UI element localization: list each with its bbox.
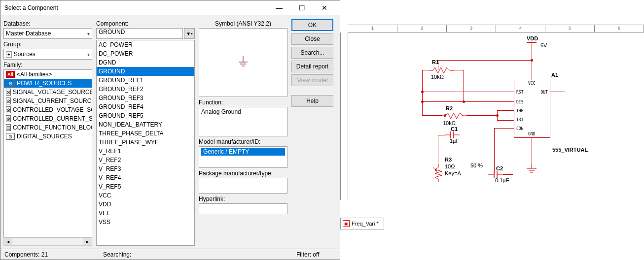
ic-pin-tri: TRI bbox=[516, 118, 523, 122]
component-item[interactable]: GROUND_REF1 bbox=[97, 76, 194, 85]
vdd-value: 6V bbox=[540, 42, 547, 48]
document-tab-label: Freq_Vari * bbox=[352, 221, 379, 227]
hyperlink-text bbox=[199, 203, 287, 214]
ic-ground-icon bbox=[526, 164, 537, 174]
component-item[interactable]: THREE_PHASE_WYE bbox=[97, 138, 194, 147]
component-label: Component: bbox=[96, 20, 195, 27]
schematic-panel: 123456 VDD 6V A1 VCC RST OUT DIS THR TRI… bbox=[340, 0, 644, 260]
ruler-mark: 4 bbox=[496, 25, 545, 32]
schematic-canvas[interactable]: VDD 6V A1 VCC RST OUT DIS THR TRI CON GN… bbox=[348, 32, 644, 216]
component-item[interactable]: THREE_PHASE_DELTA bbox=[97, 129, 194, 138]
component-item[interactable]: V_REF3 bbox=[97, 164, 194, 173]
horizontal-ruler: 123456 bbox=[348, 25, 644, 32]
ic-pin-con: CON bbox=[516, 127, 523, 131]
component-listbox[interactable]: AC_POWERDC_POWERDGNDGROUNDGROUND_REF1GRO… bbox=[96, 40, 195, 246]
ruler-mark: 3 bbox=[447, 25, 496, 32]
component-item[interactable]: NON_IDEAL_BATTERY bbox=[97, 120, 194, 129]
r3-key: Key=A bbox=[445, 170, 461, 176]
family-item[interactable]: ⊘SIGNAL_VOLTAGE_SOURCES bbox=[4, 88, 92, 97]
r3-percent: 50 % bbox=[470, 162, 483, 168]
model-listbox[interactable]: Generic / EMPTY bbox=[199, 146, 287, 168]
scroll-left-icon[interactable]: ◄ bbox=[4, 238, 12, 245]
component-item[interactable]: V_REF5 bbox=[97, 182, 194, 191]
database-combo[interactable]: Master Database bbox=[3, 28, 92, 39]
vertical-ruler bbox=[340, 32, 348, 200]
plus-icon: + bbox=[6, 51, 12, 58]
family-item[interactable]: ⊘SIGNAL_CURRENT_SOURCES bbox=[4, 97, 92, 105]
r1-component[interactable] bbox=[429, 67, 454, 74]
search-button[interactable]: Search... bbox=[291, 47, 333, 59]
component-filter-button[interactable]: ▼• bbox=[184, 28, 195, 39]
family-listbox[interactable]: All<All families>⊖POWER_SOURCES⊘SIGNAL_V… bbox=[3, 69, 92, 237]
scroll-right-icon[interactable]: ► bbox=[83, 238, 92, 245]
family-item[interactable]: ⊗CONTROLLED_CURRENT_SOUR bbox=[4, 114, 92, 123]
component-item[interactable]: DGND bbox=[97, 58, 194, 67]
component-item[interactable]: V_REF1 bbox=[97, 147, 194, 156]
symbol-label: Symbol (ANSI Y32.2) bbox=[199, 20, 287, 27]
component-item[interactable]: GROUND_REF2 bbox=[97, 85, 194, 94]
detail-report-button[interactable]: Detail report bbox=[291, 61, 333, 72]
family-scrollbar[interactable]: ◄ ► bbox=[3, 237, 92, 246]
family-icon: ⊘ bbox=[6, 89, 11, 96]
c2-value: 0.1µF bbox=[495, 177, 509, 183]
function-label: Function: bbox=[199, 99, 287, 106]
select-component-dialog: Select a Component — ☐ ✕ Database: Maste… bbox=[0, 0, 340, 260]
component-item[interactable]: GROUND_REF5 bbox=[97, 111, 194, 120]
component-item[interactable]: VSS bbox=[97, 218, 194, 227]
family-item[interactable]: All<All families> bbox=[4, 70, 92, 79]
component-item[interactable]: GROUND_REF3 bbox=[97, 94, 194, 102]
minimize-button[interactable]: — bbox=[268, 0, 290, 15]
component-item[interactable]: V_REF4 bbox=[97, 173, 194, 182]
family-item[interactable]: ⊗CONTROLLED_VOLTAGE_SOUR bbox=[4, 105, 92, 114]
database-label: Database: bbox=[3, 20, 92, 27]
ok-button[interactable]: OK bbox=[291, 19, 333, 31]
ground-symbol-icon bbox=[236, 55, 250, 70]
vdd-label: VDD bbox=[527, 35, 538, 41]
ruler-mark: 1 bbox=[348, 25, 397, 32]
document-tab[interactable]: ▣ Freq_Vari * bbox=[340, 218, 384, 229]
component-item[interactable]: DC_POWER bbox=[97, 49, 194, 58]
family-icon: ⊗ bbox=[6, 106, 11, 113]
r3-label: R3 bbox=[445, 157, 452, 162]
family-icon: ⊘ bbox=[6, 98, 11, 104]
component-item[interactable]: VEE bbox=[97, 209, 194, 218]
family-icon: ⊗ bbox=[6, 115, 11, 122]
family-item[interactable]: ⊡CONTROL_FUNCTION_BLOCKS bbox=[4, 123, 92, 132]
view-model-button: View model bbox=[291, 74, 333, 86]
r3-potentiometer[interactable] bbox=[433, 164, 444, 182]
ruler-mark: 5 bbox=[545, 25, 595, 32]
svg-line-8 bbox=[433, 167, 437, 171]
package-label: Package manufacturer/type: bbox=[199, 170, 287, 177]
titlebar: Select a Component — ☐ ✕ bbox=[0, 0, 340, 15]
component-input[interactable]: GROUND bbox=[96, 28, 183, 39]
ruler-mark: 2 bbox=[397, 25, 447, 32]
family-icon: ⊖ bbox=[6, 80, 15, 87]
component-item[interactable]: V_REF2 bbox=[97, 156, 194, 164]
model-label: Model manufacturer/ID: bbox=[199, 138, 287, 145]
group-combo[interactable]: +Sources bbox=[3, 49, 92, 60]
ic-555[interactable]: VCC RST OUT DIS THR TRI CON GND bbox=[514, 80, 550, 138]
ic-pin-dis: DIS bbox=[516, 100, 523, 104]
ic-pin-rst: RST bbox=[516, 90, 523, 95]
c1-value: 1µF bbox=[450, 138, 459, 144]
ic-pin-thr: THR bbox=[516, 109, 523, 113]
component-item[interactable]: GROUND bbox=[97, 67, 194, 76]
component-item[interactable]: GROUND_REF4 bbox=[97, 102, 194, 111]
family-item[interactable]: ⊙DIGITAL_SOURCES bbox=[4, 132, 92, 141]
component-item[interactable]: AC_POWER bbox=[97, 40, 194, 49]
family-label: Family: bbox=[3, 62, 92, 68]
component-item[interactable]: VDD bbox=[97, 200, 194, 209]
maximize-button[interactable]: ☐ bbox=[290, 0, 313, 15]
status-searching: Searching: bbox=[103, 251, 296, 258]
family-icon: ⊡ bbox=[6, 124, 11, 131]
family-item[interactable]: ⊖POWER_SOURCES bbox=[4, 79, 92, 88]
ruler-mark: 6 bbox=[595, 25, 644, 32]
symbol-preview bbox=[199, 28, 287, 97]
statusbar: Components: 21 Searching: Filter: off bbox=[0, 249, 340, 260]
component-item[interactable]: VCC bbox=[97, 191, 194, 200]
ic-pin-vcc: VCC bbox=[528, 81, 535, 86]
close-button[interactable]: Close bbox=[291, 33, 333, 45]
help-button[interactable]: Help bbox=[291, 95, 333, 107]
ic-pin-gnd: GND bbox=[528, 132, 535, 136]
close-window-button[interactable]: ✕ bbox=[313, 0, 336, 15]
